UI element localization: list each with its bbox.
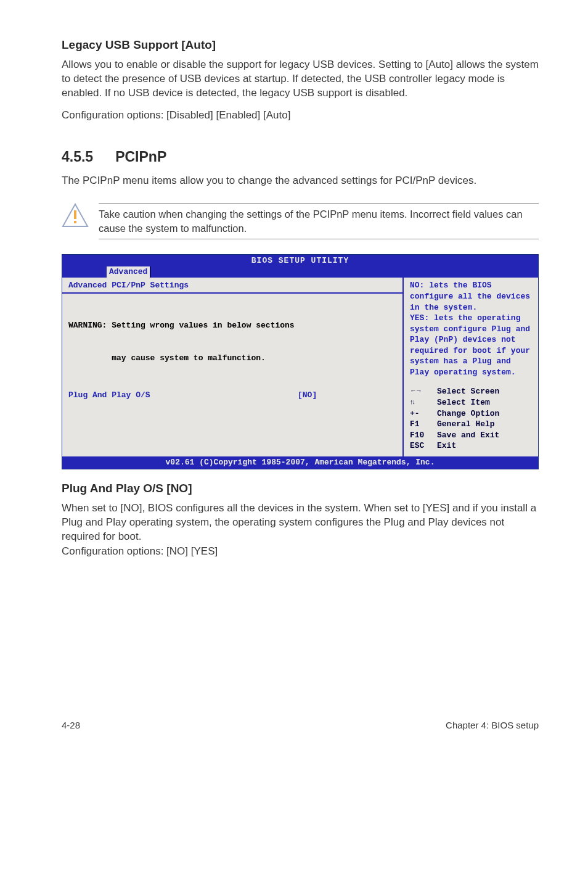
bios-key-legend: ←→Select Screen ↑↓Select Item +-Change O… xyxy=(410,386,533,451)
key-f1: F1 xyxy=(410,419,437,430)
key-desc-select-screen: Select Screen xyxy=(437,386,499,397)
bios-warning-1: WARNING: Setting wrong values in below s… xyxy=(68,320,396,331)
bios-footer: v02.61 (C)Copyright 1985-2007, American … xyxy=(62,456,538,469)
para-legacy-usb: Allows you to enable or disable the supp… xyxy=(62,58,539,101)
bios-option-value: [NO] xyxy=(298,390,396,401)
key-plusminus: +- xyxy=(410,408,437,419)
bios-help-text: NO: lets the BIOS configure all the devi… xyxy=(410,280,533,386)
key-esc: ESC xyxy=(410,440,437,452)
key-f10: F10 xyxy=(410,430,437,441)
heading-pnp-os: Plug And Play O/S [NO] xyxy=(62,481,539,497)
heading-legacy-usb: Legacy USB Support [Auto] xyxy=(62,37,539,53)
bios-left-pane: Advanced PCI/PnP Settings WARNING: Setti… xyxy=(62,278,404,456)
caution-text: Take caution when changing the settings … xyxy=(99,203,539,239)
key-desc-select-item: Select Item xyxy=(437,397,490,408)
section-intro: The PCIPnP menu items allow you to chang… xyxy=(62,174,539,188)
chapter-label: Chapter 4: BIOS setup xyxy=(446,719,539,732)
bios-warning-2: may cause system to malfunction. xyxy=(68,353,396,364)
key-desc-save: Save and Exit xyxy=(437,430,499,441)
svg-rect-2 xyxy=(74,221,76,223)
cfg-pnp-os: Configuration options: [NO] [YES] xyxy=(62,545,539,559)
section-header: 4.5.5 PCIPnP xyxy=(62,147,539,167)
key-arrows-lr-icon: ←→ xyxy=(410,386,437,397)
bios-help-pane: NO: lets the BIOS configure all the devi… xyxy=(404,278,538,456)
section-number: 4.5.5 xyxy=(62,147,93,167)
page-footer: 4-28 Chapter 4: BIOS setup xyxy=(62,719,539,732)
caution-note: Take caution when changing the settings … xyxy=(62,203,539,239)
cfg-legacy-usb: Configuration options: [Disabled] [Enabl… xyxy=(62,109,539,123)
bios-screenshot: BIOS SETUP UTILITY Advanced Advanced PCI… xyxy=(62,254,539,469)
key-desc-exit: Exit xyxy=(437,440,456,452)
bios-option-label: Plug And Play O/S xyxy=(68,390,298,401)
bios-tabs: Advanced xyxy=(62,266,538,278)
tab-advanced[interactable]: Advanced xyxy=(107,266,151,278)
bios-panel-title: Advanced PCI/PnP Settings xyxy=(68,280,189,291)
bios-option-row[interactable]: Plug And Play O/S [NO] xyxy=(68,390,396,401)
key-arrows-ud-icon: ↑↓ xyxy=(410,397,437,408)
key-desc-help: General Help xyxy=(437,419,495,430)
key-desc-change-option: Change Option xyxy=(437,408,499,419)
svg-rect-1 xyxy=(74,210,76,219)
section-title: PCIPnP xyxy=(115,147,166,167)
page-number: 4-28 xyxy=(62,719,80,732)
bios-title: BIOS SETUP UTILITY xyxy=(62,255,538,267)
warning-icon xyxy=(62,203,89,228)
para-pnp-os: When set to [NO], BIOS configures all th… xyxy=(62,501,539,544)
